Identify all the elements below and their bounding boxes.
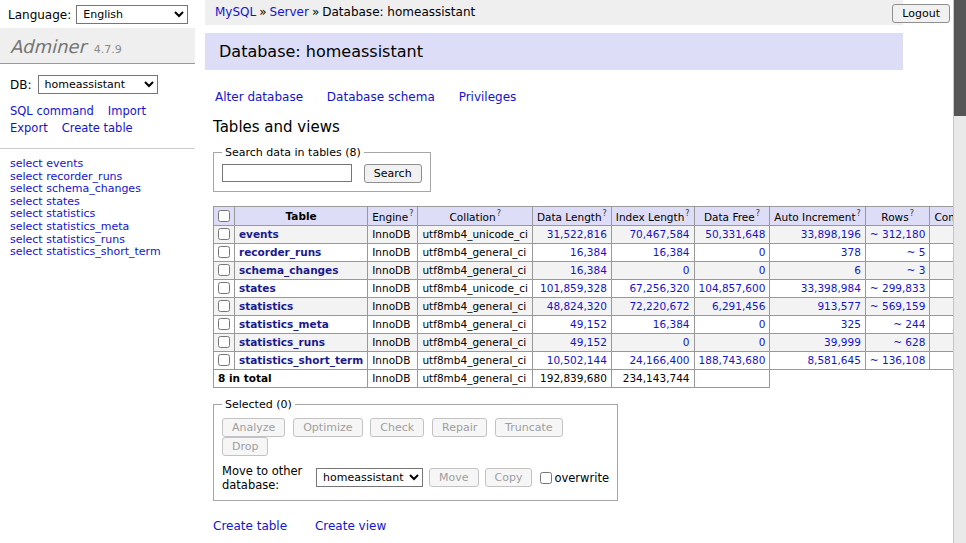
row-checkbox-cell[interactable] [214,297,235,315]
row-checkbox[interactable] [218,246,230,258]
auto-increment-link[interactable]: 8,581,645 [807,354,860,366]
help-link[interactable]: ? [685,209,689,218]
db-select[interactable]: homeassistant [38,75,158,94]
data-length-link[interactable]: 49,152 [570,336,607,348]
data-length-link[interactable]: 49,152 [570,318,607,330]
alter-database-link[interactable]: Alter database [215,90,303,104]
index-length-link[interactable]: 16,384 [653,318,690,330]
rows-link[interactable]: ~ 299,833 [870,282,926,294]
copy-button[interactable]: Copy [485,468,533,487]
help-link[interactable]: ? [497,209,501,218]
table-name-link[interactable]: statistics_meta [239,318,329,330]
row-checkbox[interactable] [218,300,230,312]
logout-button[interactable]: Logout [892,4,950,23]
help-link[interactable]: ? [910,209,914,218]
check-button[interactable]: Check [370,418,424,437]
row-checkbox[interactable] [218,354,230,366]
auto-increment-link[interactable]: 33,898,196 [801,228,861,240]
auto-increment-link[interactable]: 378 [841,246,861,258]
row-checkbox[interactable] [218,336,230,348]
database-schema-link[interactable]: Database schema [327,90,435,104]
rows-link[interactable]: ~ 312,180 [870,228,926,240]
optimize-button[interactable]: Optimize [293,418,362,437]
table-name-link[interactable]: statistics [239,300,293,312]
auto-increment-link[interactable]: 33,398,984 [801,282,861,294]
index-length-link[interactable]: 67,256,320 [629,282,689,294]
sidebar-table-link[interactable]: select schema_changes [10,183,185,196]
row-checkbox[interactable] [218,264,230,276]
row-checkbox-cell[interactable] [214,351,235,369]
overwrite-checkbox[interactable] [540,472,552,484]
breadcrumb-link-server[interactable]: Server [270,5,309,19]
sidebar-table-link[interactable]: select statistics_meta [10,221,185,234]
sidebar-link-create-table[interactable]: Create table [62,121,133,135]
table-name-link[interactable]: recorder_runs [239,246,321,258]
truncate-button[interactable]: Truncate [495,418,562,437]
table-name-link[interactable]: statistics_runs [239,336,325,348]
row-checkbox-cell[interactable] [214,225,235,243]
select-all-checkbox[interactable] [218,210,230,222]
scrollbar-thumb[interactable] [954,0,966,116]
row-checkbox-cell[interactable] [214,243,235,261]
sidebar-table-link[interactable]: select events [10,158,185,171]
data-free-link[interactable]: 188,743,680 [699,354,766,366]
select-all-cell[interactable] [214,207,235,226]
search-input[interactable] [222,164,352,182]
breadcrumb-link-mysql[interactable]: MySQL [215,5,256,19]
help-link[interactable]: ? [756,209,760,218]
row-checkbox-cell[interactable] [214,279,235,297]
row-checkbox[interactable] [218,282,230,294]
privileges-link[interactable]: Privileges [459,90,517,104]
move-button[interactable]: Move [429,468,479,487]
row-checkbox[interactable] [218,318,230,330]
search-button[interactable]: Search [364,164,422,183]
help-link[interactable]: ? [603,209,607,218]
rows-link[interactable]: ~ 244 [893,318,925,330]
create-table-link[interactable]: Create table [213,519,287,533]
index-length-link[interactable]: 70,467,584 [629,228,689,240]
data-free-link[interactable]: 6,291,456 [712,300,765,312]
auto-increment-link[interactable]: 39,999 [824,336,861,348]
row-checkbox-cell[interactable] [214,261,235,279]
data-length-link[interactable]: 16,384 [570,246,607,258]
create-view-link[interactable]: Create view [315,519,386,533]
data-free-link[interactable]: 0 [759,264,766,276]
row-checkbox-cell[interactable] [214,333,235,351]
rows-link[interactable]: ~ 628 [893,336,925,348]
row-checkbox[interactable] [218,228,230,240]
data-length-link[interactable]: 101,859,328 [540,282,607,294]
data-length-link[interactable]: 31,522,816 [547,228,607,240]
language-select[interactable]: English [76,5,188,24]
data-length-link[interactable]: 48,824,320 [547,300,607,312]
analyze-button[interactable]: Analyze [222,418,285,437]
sidebar-link-sql-command[interactable]: SQL command [10,104,94,118]
rows-link[interactable]: ~ 3 [907,264,926,276]
table-name-link[interactable]: schema_changes [239,264,339,276]
row-checkbox-cell[interactable] [214,315,235,333]
data-length-link[interactable]: 16,384 [570,264,607,276]
data-free-link[interactable]: 50,331,648 [705,228,765,240]
sidebar-link-import[interactable]: Import [108,104,146,118]
help-link[interactable]: ? [857,209,861,218]
sidebar-table-link[interactable]: select statistics_short_term [10,246,185,259]
rows-link[interactable]: ~ 5 [907,246,926,258]
data-free-link[interactable]: 0 [759,246,766,258]
index-length-link[interactable]: 0 [683,264,690,276]
auto-increment-link[interactable]: 325 [841,318,861,330]
drop-button[interactable]: Drop [222,437,268,456]
auto-increment-link[interactable]: 913,577 [817,300,860,312]
data-free-link[interactable]: 0 [759,336,766,348]
auto-increment-link[interactable]: 6 [854,264,861,276]
index-length-link[interactable]: 72,220,672 [629,300,689,312]
rows-link[interactable]: ~ 569,159 [870,300,926,312]
table-name-link[interactable]: events [239,228,279,240]
data-free-link[interactable]: 104,857,600 [699,282,766,294]
move-database-select[interactable]: homeassistant [316,468,423,487]
vertical-scrollbar[interactable] [953,0,966,543]
sidebar-link-export[interactable]: Export [10,121,48,135]
index-length-link[interactable]: 0 [683,336,690,348]
index-length-link[interactable]: 16,384 [653,246,690,258]
table-name-link[interactable]: states [239,282,276,294]
index-length-link[interactable]: 24,166,400 [629,354,689,366]
table-name-link[interactable]: statistics_short_term [239,354,363,366]
